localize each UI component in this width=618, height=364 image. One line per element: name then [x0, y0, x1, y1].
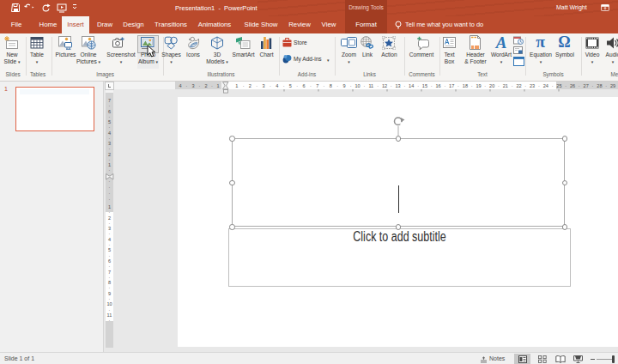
svg-text:·: · — [512, 83, 513, 88]
svg-text:5: 5 — [108, 119, 111, 124]
svg-text:19: 19 — [476, 83, 481, 88]
svg-text:·: · — [457, 83, 459, 88]
svg-text:3: 3 — [191, 83, 194, 88]
svg-text:27: 27 — [584, 83, 589, 88]
svg-text:·: · — [109, 185, 111, 190]
svg-text:·: · — [109, 114, 111, 119]
svg-text:9: 9 — [108, 291, 111, 296]
svg-text:10: 10 — [106, 301, 112, 306]
svg-text:13: 13 — [395, 83, 400, 88]
svg-text:20: 20 — [489, 83, 494, 88]
svg-text:·: · — [310, 83, 312, 88]
svg-text:·: · — [336, 83, 338, 88]
svg-text:26: 26 — [570, 83, 575, 88]
svg-text:29: 29 — [610, 83, 615, 88]
svg-text:·: · — [211, 83, 213, 88]
svg-text:7: 7 — [316, 83, 318, 88]
svg-text:18: 18 — [463, 83, 468, 88]
svg-text:3: 3 — [108, 226, 111, 231]
svg-text:25: 25 — [556, 83, 561, 88]
svg-text:·: · — [552, 83, 554, 88]
svg-text:3: 3 — [108, 141, 111, 146]
svg-text:14: 14 — [409, 83, 414, 88]
svg-text:·: · — [484, 83, 486, 88]
svg-text:8: 8 — [108, 280, 111, 285]
svg-text:6: 6 — [108, 258, 111, 264]
svg-text:4: 4 — [276, 83, 278, 88]
svg-text:·: · — [109, 285, 111, 290]
svg-text:·: · — [109, 157, 111, 162]
svg-text:·: · — [109, 191, 111, 196]
svg-text:·: · — [391, 83, 392, 88]
svg-text:11: 11 — [368, 83, 373, 88]
svg-text:1: 1 — [235, 83, 238, 88]
svg-text:2: 2 — [108, 215, 111, 221]
svg-text:1: 1 — [216, 83, 219, 88]
svg-text:16: 16 — [435, 83, 440, 88]
svg-text:·: · — [296, 83, 298, 88]
svg-text:3: 3 — [263, 83, 265, 88]
svg-text:·: · — [417, 83, 419, 88]
svg-text:·: · — [498, 83, 500, 88]
svg-text:·: · — [109, 318, 111, 323]
svg-text:9: 9 — [342, 83, 345, 88]
svg-text:·: · — [186, 83, 188, 88]
svg-text:4: 4 — [108, 130, 111, 136]
svg-text:·: · — [538, 83, 540, 88]
svg-text:·: · — [109, 167, 111, 173]
svg-text:6: 6 — [303, 83, 306, 88]
svg-text:5: 5 — [289, 83, 292, 88]
svg-text:·: · — [324, 83, 325, 88]
svg-text:·: · — [109, 275, 111, 280]
svg-text:6: 6 — [108, 109, 111, 114]
svg-text:17: 17 — [449, 83, 454, 88]
svg-text:·: · — [524, 83, 526, 88]
svg-text:·: · — [444, 83, 445, 88]
svg-text:·: · — [565, 83, 566, 88]
svg-text:·: · — [471, 83, 473, 88]
svg-text:·: · — [109, 253, 111, 258]
svg-text:·: · — [109, 296, 111, 301]
svg-text:·: · — [109, 209, 111, 215]
svg-text:12: 12 — [382, 83, 387, 88]
svg-text:2: 2 — [108, 152, 111, 157]
svg-text:·: · — [377, 83, 379, 88]
svg-text:23: 23 — [530, 83, 535, 88]
svg-text:2: 2 — [204, 83, 207, 88]
svg-text:11: 11 — [107, 312, 112, 318]
svg-text:·: · — [592, 83, 594, 88]
svg-text:15: 15 — [422, 83, 427, 88]
svg-text:·: · — [109, 124, 111, 130]
svg-text:1: 1 — [108, 162, 111, 167]
svg-text:·: · — [109, 179, 111, 184]
svg-text:4: 4 — [179, 83, 181, 88]
svg-text:2: 2 — [249, 83, 251, 88]
svg-text:·: · — [256, 83, 258, 88]
svg-text:8: 8 — [330, 83, 332, 88]
svg-text:4: 4 — [108, 237, 111, 242]
svg-text:·: · — [283, 83, 285, 88]
svg-text:1: 1 — [108, 204, 111, 209]
svg-text:7: 7 — [108, 270, 111, 275]
svg-text:22: 22 — [516, 83, 521, 88]
svg-text:·: · — [109, 221, 111, 226]
svg-text:·: · — [403, 83, 405, 88]
svg-text:·: · — [579, 83, 580, 88]
svg-text:·: · — [109, 146, 111, 151]
svg-text:·: · — [350, 83, 352, 88]
svg-text:·: · — [109, 307, 111, 312]
svg-text:·: · — [363, 83, 365, 88]
svg-text:21: 21 — [503, 83, 508, 88]
svg-text:·: · — [431, 83, 433, 88]
svg-text:·: · — [109, 231, 111, 236]
svg-text:·: · — [109, 103, 111, 108]
svg-text:·: · — [109, 264, 111, 269]
svg-text:·: · — [605, 83, 607, 88]
svg-text:7: 7 — [108, 98, 111, 103]
svg-text:·: · — [270, 83, 271, 88]
svg-text:·: · — [109, 242, 111, 247]
svg-text:10: 10 — [354, 83, 360, 88]
svg-text:28: 28 — [597, 83, 602, 88]
svg-text:·: · — [199, 83, 201, 88]
svg-text:24: 24 — [543, 83, 548, 88]
